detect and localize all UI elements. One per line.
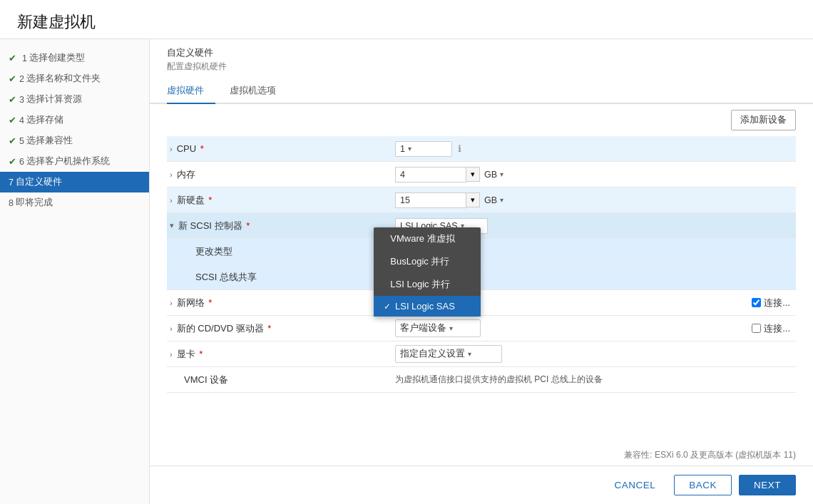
hw-label-scsi-sharing: SCSI 总线共享 bbox=[195, 271, 257, 284]
hw-value-new-hdd: ▾ GB ▾ bbox=[395, 192, 796, 208]
cdrom-connect-label: 连接... bbox=[764, 322, 790, 335]
chevron-icon-scsi[interactable]: ▾ bbox=[170, 221, 174, 230]
chevron-icon-cdrom[interactable]: › bbox=[170, 324, 173, 333]
sidebar-item-3[interactable]: ✔ 3 选择计算资源 bbox=[0, 89, 149, 110]
compatibility-note: 兼容性: ESXi 6.0 及更高版本 (虚拟机版本 11) bbox=[150, 445, 813, 466]
memory-unit-arrow: ▾ bbox=[500, 170, 503, 178]
dropdown-item-lsi-logic-sas[interactable]: ✓ LSI Logic SAS bbox=[374, 296, 481, 317]
sidebar-item-1[interactable]: ✔ 1 选择创建类型 bbox=[0, 48, 149, 68]
sidebar-label-3: 3 bbox=[19, 95, 24, 105]
check-icon-2: ✔ bbox=[9, 73, 16, 84]
info-icon-cpu: ℹ bbox=[458, 143, 461, 154]
hdd-size-input[interactable] bbox=[395, 192, 466, 208]
hdd-unit-dropdown-btn[interactable]: ▾ bbox=[466, 192, 480, 207]
hw-value-cdrom: 客户端设备 ▾ 连接... bbox=[395, 319, 796, 337]
sidebar-label-7-text: 自定义硬件 bbox=[16, 176, 62, 188]
hw-value-memory: ▾ GB ▾ bbox=[395, 167, 796, 182]
hdd-unit-arrow: ▾ bbox=[500, 196, 503, 204]
hw-name-memory: › 内存 bbox=[167, 168, 395, 181]
dropdown-item-lsi-sas-label: LSI Logic SAS bbox=[395, 301, 455, 312]
network-connect-group: 连接... bbox=[752, 297, 790, 309]
sidebar-item-8[interactable]: 8 即将完成 bbox=[0, 192, 149, 213]
check-icon-3: ✔ bbox=[9, 94, 16, 105]
display-select[interactable]: 指定自定义设置 ▾ bbox=[395, 345, 502, 363]
hw-name-display: › 显卡 * bbox=[167, 348, 395, 361]
scsi-dropdown-menu: VMware 准虚拟 BusLogic 并行 LSI Logic 并行 ✓ bbox=[374, 227, 481, 317]
sidebar-label-4: 4 bbox=[19, 115, 24, 125]
hw-name-scsi-sharing: SCSI 总线共享 bbox=[167, 271, 395, 284]
hw-label-memory: 内存 bbox=[177, 168, 195, 181]
memory-input[interactable] bbox=[395, 167, 466, 182]
sidebar-label-7: 7 bbox=[9, 178, 14, 187]
sidebar-item-5[interactable]: ✔ 5 选择兼容性 bbox=[0, 130, 149, 151]
back-button[interactable]: BACK bbox=[674, 475, 732, 495]
cdrom-connect-checkbox[interactable] bbox=[752, 324, 761, 333]
sidebar-label-1-text: 选择创建类型 bbox=[29, 52, 85, 64]
tab-virtual-hardware[interactable]: 虚拟硬件 bbox=[167, 78, 215, 104]
sidebar: ✔ 1 选择创建类型 ✔ 2 选择名称和文件夹 ✔ 3 选择计算资源 ✔ 4 选… bbox=[0, 39, 150, 504]
hw-row-display: › 显卡 * 指定自定义设置 ▾ bbox=[167, 341, 796, 367]
add-device-button[interactable]: 添加新设备 bbox=[731, 110, 796, 130]
dropdown-item-lsi-logic-parallel[interactable]: LSI Logic 并行 bbox=[374, 273, 481, 296]
check-icon-1: ✔ bbox=[9, 53, 16, 63]
chevron-icon-display[interactable]: › bbox=[170, 350, 173, 359]
cdrom-connect-group: 连接... bbox=[752, 322, 790, 335]
network-connect-checkbox[interactable] bbox=[752, 298, 761, 307]
dropdown-item-buslogic-label: BusLogic 并行 bbox=[390, 255, 449, 268]
cpu-select[interactable]: 1 ▾ bbox=[395, 141, 452, 157]
hw-name-cpu: › CPU * bbox=[167, 143, 395, 154]
vmci-description: 为虚拟机通信接口提供支持的虚拟机 PCI 总线上的设备 bbox=[395, 374, 603, 386]
sidebar-item-4[interactable]: ✔ 4 选择存储 bbox=[0, 110, 149, 130]
hw-label-network: 新网络 * bbox=[177, 297, 213, 309]
sidebar-item-6[interactable]: ✔ 6 选择客户机操作系统 bbox=[0, 151, 149, 172]
sidebar-label-2: 2 bbox=[19, 74, 24, 84]
sidebar-item-2[interactable]: ✔ 2 选择名称和文件夹 bbox=[0, 68, 149, 89]
hw-value-display: 指定自定义设置 ▾ bbox=[395, 345, 796, 363]
chevron-icon-new-hdd[interactable]: › bbox=[170, 196, 173, 205]
hardware-table: › CPU * 1 ▾ ℹ › 内存 bbox=[150, 136, 813, 445]
hw-name-change-type: 更改类型 bbox=[167, 245, 395, 258]
memory-unit-label: GB bbox=[484, 170, 497, 180]
footer: CANCEL BACK NEXT bbox=[150, 466, 813, 504]
hw-row-scsi-sharing: SCSI 总线共享 无 ▾ bbox=[167, 264, 796, 290]
sidebar-label-8: 8 bbox=[9, 198, 14, 208]
cancel-button[interactable]: CANCEL bbox=[603, 475, 667, 495]
hw-label-change-type: 更改类型 bbox=[195, 245, 232, 258]
main-panel: 自定义硬件 配置虚拟机硬件 虚拟硬件 虚拟机选项 添加新设备 › CPU * bbox=[150, 39, 813, 504]
hw-row-cpu: › CPU * 1 ▾ ℹ bbox=[167, 136, 796, 162]
dropdown-item-vmware-paravirtual-label: VMware 准虚拟 bbox=[390, 232, 454, 245]
cdrom-dropdown-arrow: ▾ bbox=[449, 324, 453, 332]
hw-row-scsi: ▾ 新 SCSI 控制器 * LSI Logic SAS ▾ VMwa bbox=[167, 213, 796, 239]
memory-unit-dropdown-btn[interactable]: ▾ bbox=[466, 167, 480, 182]
dropdown-item-buslogic[interactable]: BusLogic 并行 bbox=[374, 250, 481, 273]
chevron-icon-network[interactable]: › bbox=[170, 299, 173, 307]
hw-value-vmci: 为虚拟机通信接口提供支持的虚拟机 PCI 总线上的设备 bbox=[395, 374, 796, 386]
sidebar-label-4-text: 选择存储 bbox=[26, 114, 63, 126]
sidebar-label-6-text: 选择客户机操作系统 bbox=[26, 155, 110, 168]
cdrom-value: 客户端设备 bbox=[400, 322, 446, 334]
dropdown-item-vmware-paravirtual[interactable]: VMware 准虚拟 bbox=[374, 227, 481, 250]
sidebar-item-7[interactable]: 7 自定义硬件 bbox=[0, 172, 149, 192]
sidebar-label-6: 6 bbox=[19, 157, 24, 167]
sidebar-label-8-text: 即将完成 bbox=[16, 197, 53, 209]
chevron-icon-cpu[interactable]: › bbox=[170, 145, 173, 153]
hw-label-display: 显卡 * bbox=[177, 348, 203, 361]
next-button[interactable]: NEXT bbox=[739, 475, 796, 495]
hw-label-scsi: 新 SCSI 控制器 * bbox=[178, 220, 250, 232]
tab-vm-options[interactable]: 虚拟机选项 bbox=[230, 78, 287, 104]
hw-name-vmci: VMCI 设备 bbox=[167, 374, 395, 386]
hw-row-memory: › 内存 ▾ GB ▾ bbox=[167, 162, 796, 187]
subtitle: 配置虚拟机硬件 bbox=[167, 61, 796, 73]
check-icon-6: ✔ bbox=[9, 156, 16, 167]
hw-label-cdrom: 新的 CD/DVD 驱动器 * bbox=[177, 322, 272, 335]
hdd-unit-label: GB bbox=[484, 195, 497, 205]
page-title: 新建虚拟机 bbox=[17, 11, 796, 33]
hw-label-vmci: VMCI 设备 bbox=[170, 374, 228, 386]
sidebar-label-5: 5 bbox=[19, 136, 24, 146]
hw-row-change-type: 更改类型 bbox=[167, 239, 796, 264]
cdrom-select[interactable]: 客户端设备 ▾ bbox=[395, 319, 481, 337]
hw-value-cpu: 1 ▾ ℹ bbox=[395, 141, 796, 157]
chevron-icon-memory[interactable]: › bbox=[170, 170, 173, 179]
breadcrumb: 自定义硬件 bbox=[167, 46, 796, 59]
sidebar-label-1: 1 bbox=[22, 53, 27, 63]
